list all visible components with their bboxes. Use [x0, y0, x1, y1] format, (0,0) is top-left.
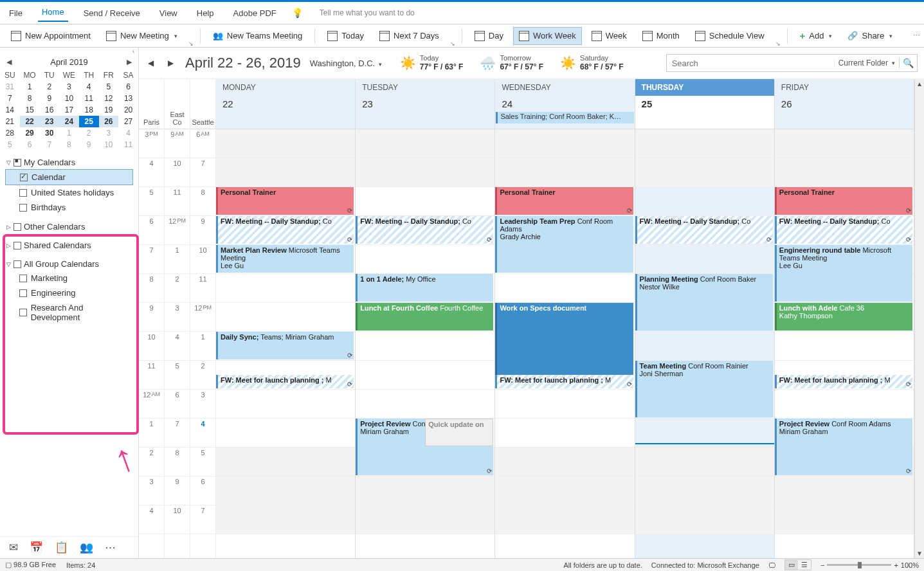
event[interactable]: Project Review Conf Room AdamsMiriam Gra…: [775, 419, 912, 475]
next-month-button[interactable]: ▶: [127, 58, 132, 66]
weather-day[interactable]: ☀️Today77° F / 63° F: [400, 53, 464, 73]
allday-event[interactable]: Sales Training; Conf Room Baker; K…: [496, 112, 633, 123]
mini-day[interactable]: 15: [20, 104, 40, 116]
checkbox-icon[interactable]: [19, 309, 27, 316]
scroll-up-icon[interactable]: ▲: [915, 80, 924, 87]
event[interactable]: Engineering round table Microsoft Teams …: [775, 245, 912, 302]
mini-day[interactable]: 31: [0, 81, 20, 93]
zoom-in-icon[interactable]: +: [894, 561, 898, 569]
location-picker[interactable]: Washington, D.C. ▾: [310, 59, 382, 68]
mini-day[interactable]: 12: [99, 93, 119, 104]
mini-calendar-title[interactable]: April 2019: [50, 57, 88, 67]
mini-day[interactable]: 6: [118, 81, 138, 93]
checkbox-icon[interactable]: [19, 275, 27, 282]
event[interactable]: FW: Meeting -- Daily Standup; Co⟳: [216, 216, 354, 244]
mini-day[interactable]: 25: [79, 116, 99, 127]
timeslots[interactable]: FW: Meeting -- Daily Standup; Co⟳Plannin…: [635, 129, 774, 558]
event[interactable]: Market Plan Review Microsoft Teams Meeti…: [216, 245, 354, 273]
calendar-group-header[interactable]: ▷Shared Calendars: [5, 239, 133, 252]
mini-day[interactable]: 14: [0, 104, 20, 116]
calendar-item[interactable]: Engineering: [5, 286, 133, 300]
checkbox-icon[interactable]: [14, 260, 21, 268]
timeslots[interactable]: Personal Trainer⟳FW: Meeting -- Daily St…: [775, 129, 914, 558]
mini-day[interactable]: 3: [59, 81, 79, 93]
share-calendar-button[interactable]: 🔗Share▾: [842, 27, 898, 45]
tasks-icon[interactable]: 📋: [55, 541, 68, 554]
weather-day[interactable]: ☀️Saturday68° F / 57° F: [560, 53, 624, 73]
mini-day[interactable]: 1: [59, 127, 79, 139]
checkbox-icon[interactable]: [14, 242, 21, 249]
mini-day[interactable]: 9: [39, 93, 59, 104]
mini-day[interactable]: 16: [39, 104, 59, 116]
search-submit-icon[interactable]: 🔍: [899, 58, 917, 68]
dialog-launcher-icon[interactable]: ↘: [450, 41, 455, 47]
mini-day[interactable]: 24: [59, 116, 79, 127]
mini-day[interactable]: 2: [39, 81, 59, 93]
expand-icon[interactable]: ▽: [6, 261, 11, 267]
zoom-slider[interactable]: − + 100%: [820, 561, 919, 569]
expand-icon[interactable]: ▷: [6, 224, 11, 230]
expand-icon[interactable]: ▷: [6, 242, 11, 249]
event[interactable]: FW: Meet for launch planning ; M⟳: [216, 375, 354, 388]
event[interactable]: FW: Meeting -- Daily Standup; Co⟳: [356, 216, 493, 244]
mini-day[interactable]: 13: [118, 93, 138, 104]
mini-day[interactable]: 3: [99, 127, 119, 139]
event[interactable]: FW: Meet for launch planning ; M⟳: [775, 375, 912, 388]
new-meeting-button[interactable]: New Meeting▾: [100, 27, 183, 45]
mini-day[interactable]: 19: [99, 104, 119, 116]
event[interactable]: Leadership Team Prep Conf Room AdamsGrad…: [495, 216, 633, 273]
timeslots[interactable]: FW: Meeting -- Daily Standup; Co⟳1 on 1 …: [356, 129, 494, 558]
timeslots[interactable]: Personal Trainer⟳Leadership Team Prep Co…: [495, 129, 634, 558]
prev-month-button[interactable]: ◀: [6, 58, 12, 66]
dialog-launcher-icon[interactable]: ↘: [775, 41, 781, 47]
mini-day[interactable]: 9: [79, 139, 99, 150]
mini-day[interactable]: 20: [118, 104, 138, 116]
mini-day[interactable]: 2: [79, 127, 99, 139]
calendar-item[interactable]: Calendar: [5, 169, 133, 185]
checkbox-icon[interactable]: [14, 159, 21, 167]
event[interactable]: Personal Trainer⟳: [216, 187, 354, 215]
checkbox-icon[interactable]: [19, 204, 27, 212]
timeslots[interactable]: Personal Trainer⟳FW: Meeting -- Daily St…: [216, 129, 355, 558]
mini-day[interactable]: 11: [79, 93, 99, 104]
calendar-item[interactable]: United States holidays: [5, 185, 133, 200]
prev-week-button[interactable]: ◀: [145, 59, 156, 68]
mini-day[interactable]: 27: [118, 116, 138, 127]
checkbox-icon[interactable]: [14, 223, 21, 231]
mail-icon[interactable]: ✉: [9, 541, 18, 554]
event[interactable]: FW: Meeting -- Daily Standup; Co⟳: [635, 216, 773, 244]
mini-day[interactable]: 10: [99, 139, 119, 150]
event[interactable]: Lunch at Fourth Coffee Fourth Coffee: [356, 303, 493, 331]
mini-day[interactable]: 11: [118, 139, 138, 150]
mini-day[interactable]: 6: [20, 139, 40, 150]
event[interactable]: 1 on 1 Adele; My Office: [356, 274, 493, 302]
weather-day[interactable]: 🌧️Tomorrow67° F / 57° F: [480, 53, 543, 73]
mini-day[interactable]: 26: [99, 116, 119, 127]
mini-day[interactable]: 5: [99, 81, 119, 93]
event[interactable]: FW: Meet for launch planning ; M⟳: [495, 375, 633, 388]
display-settings-icon[interactable]: 🖵: [768, 561, 775, 569]
day-header[interactable]: WEDNESDAY24Sales Training; Conf Room Bak…: [495, 79, 634, 129]
next-week-button[interactable]: ▶: [165, 59, 176, 68]
view-toggle[interactable]: ▭☰: [784, 559, 811, 570]
day-header[interactable]: TUESDAY23: [356, 79, 494, 129]
event[interactable]: Lunch with Adele Cafe 36Kathy Thompson: [775, 303, 912, 331]
menu-view[interactable]: View: [156, 6, 181, 21]
mini-day[interactable]: 21: [0, 116, 20, 127]
checkbox-icon[interactable]: [19, 189, 27, 197]
new-appointment-button[interactable]: New Appointment: [5, 27, 96, 45]
calendar-item[interactable]: Research And Development: [5, 300, 133, 325]
mini-day[interactable]: 10: [59, 93, 79, 104]
mini-calendar[interactable]: SUMOTUWETHFRSA 3112345678910111213141516…: [0, 69, 138, 150]
mini-day[interactable]: 18: [79, 104, 99, 116]
calendar-item[interactable]: Marketing: [5, 271, 133, 286]
vertical-scrollbar[interactable]: ▲ ▼: [914, 79, 924, 558]
calendar-nav-icon[interactable]: 📅: [30, 541, 43, 554]
new-teams-meeting-button[interactable]: 👥New Teams Meeting: [207, 27, 309, 45]
day-view-button[interactable]: Day: [469, 27, 509, 45]
day-header[interactable]: FRIDAY26: [775, 79, 914, 129]
mini-day[interactable]: 7: [39, 139, 59, 150]
next-7-days-button[interactable]: Next 7 Days: [374, 27, 445, 45]
calendar-group-header[interactable]: ▽All Group Calendars: [5, 257, 133, 271]
today-button[interactable]: Today: [322, 27, 370, 45]
